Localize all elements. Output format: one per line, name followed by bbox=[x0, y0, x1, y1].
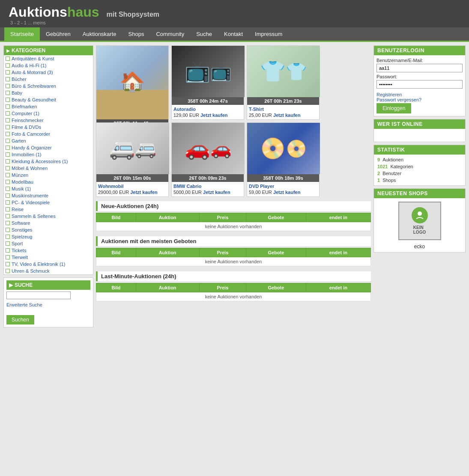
category-icon bbox=[6, 159, 10, 164]
category-item[interactable]: Musikinstrumente bbox=[4, 192, 93, 199]
category-item[interactable]: Antiquitäten & Kunst bbox=[4, 55, 93, 62]
category-icon bbox=[6, 173, 10, 177]
category-item[interactable]: Garten bbox=[4, 137, 93, 144]
category-item[interactable]: PC- & Videospiele bbox=[4, 199, 93, 206]
auction-title[interactable]: T-Shirt bbox=[249, 107, 317, 112]
category-icon bbox=[6, 241, 10, 246]
category-item[interactable]: Möbel & Wohnen bbox=[4, 165, 93, 172]
category-item[interactable]: Foto & Camcorder bbox=[4, 131, 93, 137]
online-title: WER IST ONLINE bbox=[374, 119, 465, 129]
category-item[interactable]: Musik (1) bbox=[4, 185, 93, 192]
category-item[interactable]: Auto & Motorrad (3) bbox=[4, 69, 93, 76]
stat-number: 9 bbox=[377, 157, 380, 162]
auction-title[interactable]: Wohnmobil bbox=[98, 184, 167, 189]
category-item[interactable]: Sport bbox=[4, 240, 93, 247]
category-item[interactable]: Filme & DVDs bbox=[4, 124, 93, 131]
shop-name: ecko bbox=[414, 244, 425, 252]
category-item[interactable]: Bücher bbox=[4, 76, 93, 83]
nav-shops[interactable]: Shops bbox=[122, 27, 150, 41]
category-item[interactable]: Software bbox=[4, 220, 93, 226]
auction-title[interactable]: BMW Cabrio bbox=[173, 184, 242, 189]
buy-now-link[interactable]: Jetzt kaufen bbox=[130, 190, 158, 195]
nav-kontakt[interactable]: Kontakt bbox=[218, 27, 249, 41]
nav-impressum[interactable]: Impressum bbox=[249, 27, 288, 41]
search-button[interactable]: Suchen bbox=[6, 315, 34, 324]
category-icon bbox=[6, 77, 10, 81]
auction-timer: 358T 00h 18m 39s bbox=[247, 174, 319, 182]
stat-row: 2Benutzer bbox=[374, 170, 465, 177]
auction-title[interactable]: Autoradio bbox=[173, 107, 242, 112]
sidebar: ▶ KATEGORIEN Antiquitäten & KunstAudio &… bbox=[3, 45, 93, 327]
nav: Startseite Gebühren Auktionskarte Shops … bbox=[0, 27, 469, 42]
nav-community[interactable]: Community bbox=[150, 27, 190, 41]
category-item[interactable]: Baby bbox=[4, 89, 93, 96]
category-item[interactable]: Immobilien (1) bbox=[4, 151, 93, 158]
category-item[interactable]: Audio & Hi-Fi (1) bbox=[4, 62, 93, 69]
forgot-link[interactable]: Passwort vergessen? bbox=[376, 97, 463, 102]
category-item[interactable]: Tickets bbox=[4, 247, 93, 254]
password-label: Passwort: bbox=[376, 74, 463, 79]
new-auctions-table: Bild Auktion Preis Gebote endet in keine… bbox=[96, 213, 371, 231]
nav-startseite[interactable]: Startseite bbox=[4, 27, 40, 41]
category-item[interactable]: Sammeln & Seltenes bbox=[4, 213, 93, 220]
kein-logo-text: KEIN LOGO bbox=[413, 225, 426, 235]
category-item[interactable]: Sonstiges bbox=[4, 226, 93, 233]
shop-logo-container: KEIN LOGO ecko bbox=[374, 198, 465, 252]
logo-sub: 3 - 2 - 1 ... meins bbox=[10, 20, 159, 25]
category-item[interactable]: Kleidung & Accessoires (1) bbox=[4, 158, 93, 165]
category-item[interactable]: Computer (1) bbox=[4, 110, 93, 117]
category-icon bbox=[6, 152, 10, 157]
category-item[interactable]: Tierwelt bbox=[4, 254, 93, 261]
category-icon bbox=[6, 221, 10, 225]
auction-card: 🚗26T 00h 09m 23s BMW Cabrio 5000,00 EUR … bbox=[171, 122, 244, 197]
category-icon bbox=[6, 57, 10, 61]
nav-suche[interactable]: Suche bbox=[190, 27, 218, 41]
shop-icon-svg bbox=[415, 210, 425, 220]
category-item[interactable]: Beauty & Gesundheit bbox=[4, 96, 93, 103]
col-endet2: endet in bbox=[306, 248, 370, 257]
buy-now-link[interactable]: Jetzt kaufen bbox=[273, 190, 301, 195]
category-icon bbox=[6, 248, 10, 253]
username-label: Benutzername/E-Mail: bbox=[376, 58, 463, 63]
auction-image: 🚗 bbox=[172, 123, 245, 174]
category-item[interactable]: Handy & Organizer bbox=[4, 144, 93, 151]
most-bids-table: Bild Auktion Preis Gebote endet in keine… bbox=[96, 248, 371, 266]
auction-card: 📀358T 00h 18m 39s DVD Player 59,00 EUR J… bbox=[247, 122, 320, 197]
login-button[interactable]: Einloggen bbox=[376, 103, 411, 113]
category-item[interactable]: Briefmarken bbox=[4, 103, 93, 110]
buy-now-link[interactable]: Jetzt kaufen bbox=[200, 113, 228, 118]
buy-now-link[interactable]: Jetzt kaufen bbox=[203, 190, 230, 195]
category-item[interactable]: Spielzeug bbox=[4, 233, 93, 240]
search-input[interactable] bbox=[6, 292, 71, 299]
category-item[interactable]: Reise bbox=[4, 206, 93, 213]
advanced-search-link[interactable]: Erweiterte Suche bbox=[6, 302, 90, 307]
category-icon bbox=[6, 269, 10, 273]
category-icon bbox=[6, 255, 10, 259]
category-icon bbox=[6, 125, 10, 129]
stat-label: Shops bbox=[382, 178, 396, 183]
nav-gebuehren[interactable]: Gebühren bbox=[40, 27, 77, 41]
category-item[interactable]: Münzen bbox=[4, 172, 93, 178]
new-auctions-header: Neue-Auktionen (24h) bbox=[96, 201, 371, 211]
password-input[interactable] bbox=[376, 80, 463, 89]
category-item[interactable]: Feinschmecker bbox=[4, 117, 93, 124]
category-icon bbox=[6, 180, 10, 184]
logo-tagline: mit Shopsystem bbox=[106, 11, 159, 18]
username-input[interactable] bbox=[376, 64, 463, 72]
register-link[interactable]: Registrieren bbox=[376, 92, 463, 97]
auction-image: 📀 bbox=[247, 123, 320, 174]
category-item[interactable]: Uhren & Schmuck bbox=[4, 268, 93, 274]
category-item[interactable]: TV, Video & Elektronik (1) bbox=[4, 261, 93, 268]
header: Auktionshaus mit Shopsystem 3 - 2 - 1 ..… bbox=[0, 0, 469, 27]
auction-title[interactable]: DVD Player bbox=[249, 184, 317, 189]
col-auktion: Auktion bbox=[136, 213, 199, 222]
category-icon bbox=[6, 139, 10, 143]
category-icon bbox=[6, 84, 10, 88]
auction-price: 5000,00 EUR Jetzt kaufen bbox=[173, 190, 242, 195]
category-item[interactable]: Büro & Schreibwaren bbox=[4, 83, 93, 89]
shop-logo: KEIN LOGO bbox=[398, 202, 441, 240]
category-item[interactable]: Modellbau bbox=[4, 178, 93, 185]
category-icon bbox=[6, 104, 10, 109]
buy-now-link[interactable]: Jetzt kaufen bbox=[273, 113, 301, 118]
nav-auktionskarte[interactable]: Auktionskarte bbox=[77, 27, 122, 41]
